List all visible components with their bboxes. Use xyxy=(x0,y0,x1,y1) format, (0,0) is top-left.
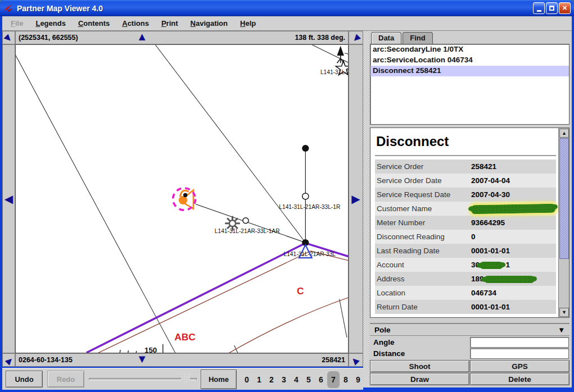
detail-row-value: 2007-04-30 xyxy=(471,190,510,199)
distance-label: Distance xyxy=(370,349,470,358)
page-number-button[interactable]: 4 xyxy=(290,371,302,388)
detail-row-label: Disconnect Reading xyxy=(377,233,471,241)
detail-row: Account 30-1 xyxy=(375,258,556,272)
detail-row: Return Date 0001-01-01 xyxy=(375,300,556,314)
node-dot-top[interactable] xyxy=(302,145,309,152)
home-button[interactable]: Home xyxy=(201,370,237,389)
diagonal-arrow-icon: ▶ xyxy=(3,355,14,366)
scroll-down-button[interactable]: ▼ xyxy=(559,308,569,317)
service-order-readout: 258421 xyxy=(322,356,345,364)
menu-item[interactable]: Contents xyxy=(73,17,115,29)
pan-right-button[interactable]: ▶ xyxy=(349,44,363,353)
close-button[interactable]: ✕ xyxy=(559,2,571,14)
panel-splitter[interactable] xyxy=(363,31,369,388)
detail-row: Service Request Date 2007-04-30 xyxy=(375,188,556,202)
detail-pane: Disconnect Service Order 258421 Service … xyxy=(370,127,570,318)
feature-type-dropdown[interactable]: Pole ▼ xyxy=(370,323,570,336)
detail-row-label: Return Date xyxy=(377,303,471,311)
detail-row-value: 2007-04-04 xyxy=(471,176,510,185)
gps-button[interactable]: GPS xyxy=(470,360,570,372)
redaction-scribble xyxy=(471,203,555,214)
result-list-item[interactable]: Disconnect 258421 xyxy=(370,66,569,76)
map-panel: ▶ (2525341, 662555) ▲ 138 ft. 338 deg. ◀… xyxy=(2,31,363,367)
maximize-button[interactable] xyxy=(546,2,558,14)
map-top-bar: (2525341, 662555) ▲ 138 ft. 338 deg. xyxy=(15,31,349,44)
draw-button[interactable]: Draw xyxy=(370,373,469,385)
map-canvas[interactable]: L141-31L-21AR-33L-1RL141-31L-21AR-33L-1A… xyxy=(15,44,349,353)
titlebar[interactable]: Partner Map Viewer 4.0 ✕ xyxy=(0,0,574,16)
pan-down-left-button[interactable]: ▶ xyxy=(2,353,15,367)
pan-down-right-button[interactable]: ◀ xyxy=(349,353,363,367)
page-number-button[interactable]: 7 xyxy=(327,371,340,388)
detail-row-label: Service Order Date xyxy=(377,176,471,185)
result-list-item[interactable]: arc:ServiceLocation 046734 xyxy=(370,55,569,66)
redaction-scribble xyxy=(480,262,503,269)
angle-input[interactable] xyxy=(470,337,569,348)
menu-item[interactable]: Help xyxy=(235,17,261,29)
distance-input[interactable] xyxy=(470,348,569,359)
riser-arrow-symbol[interactable] xyxy=(337,47,344,63)
feature-result-list: arc:SecondaryLine 1/0TXarc:ServiceLocati… xyxy=(370,44,570,125)
scroll-thumb[interactable] xyxy=(559,138,569,259)
detail-row-value: 046734 xyxy=(471,289,496,297)
menu-item[interactable]: Print xyxy=(156,17,183,29)
detail-scrollbar[interactable]: ▲ ▼ xyxy=(558,128,569,317)
detail-row-value: 258421 xyxy=(471,162,496,171)
scroll-up-button[interactable]: ▲ xyxy=(559,129,569,138)
pan-up-button[interactable]: ▲ xyxy=(137,31,148,42)
detail-row: Disconnect Reading 0 xyxy=(375,230,556,244)
detail-row-value: 189 xyxy=(471,275,535,283)
tab[interactable]: Find xyxy=(403,32,432,44)
map-feature-labels: L141-31L-21AR-33L-1RL141-31L-21AR-33L-1A… xyxy=(144,69,348,353)
page-number-button[interactable]: 8 xyxy=(340,371,352,388)
page-number-button[interactable]: 9 xyxy=(352,371,364,388)
redo-button[interactable]: Redo xyxy=(47,371,84,388)
undo-button[interactable]: Undo xyxy=(6,371,43,388)
primary-conductor-line[interactable] xyxy=(87,243,348,353)
meter-point-open[interactable] xyxy=(302,193,309,199)
pole-symbol[interactable] xyxy=(225,216,240,231)
slider-thumb[interactable] xyxy=(181,373,190,384)
minimize-button[interactable] xyxy=(533,2,545,14)
result-list-item[interactable]: arc:SecondaryLine 1/0TX xyxy=(370,44,569,55)
detail-row-label: Meter Number xyxy=(377,218,471,227)
disconnect-selected-symbol[interactable] xyxy=(173,188,196,210)
menu-item[interactable]: Actions xyxy=(117,17,154,29)
detail-row-value: 30-1 xyxy=(471,261,510,269)
page-number-bar: 0123456789 xyxy=(241,368,364,390)
map-label: 150 xyxy=(144,346,157,353)
page-number-button[interactable]: 2 xyxy=(265,371,278,388)
divider xyxy=(375,155,556,156)
service-point-open[interactable] xyxy=(243,218,248,224)
page-number-button[interactable]: 0 xyxy=(241,371,253,388)
menu-item[interactable]: File xyxy=(6,17,28,29)
pan-left-button[interactable]: ◀ xyxy=(2,44,15,353)
map-label: L141-31L-21AR-33L-1R xyxy=(279,204,340,210)
zoom-slider[interactable] xyxy=(89,368,197,390)
menu-item[interactable]: Navigation xyxy=(186,17,233,29)
detail-table: Service Order 258421 Service Order Date … xyxy=(375,159,556,314)
shoot-button[interactable]: Shoot xyxy=(370,360,469,372)
detail-row-label: Account xyxy=(377,261,471,269)
detail-row: Meter Number 93664295 xyxy=(375,216,556,230)
pan-up-right-button[interactable]: ◀ xyxy=(349,31,363,44)
diagonal-arrow-icon: ◀ xyxy=(351,355,361,366)
menu-item[interactable]: Legends xyxy=(30,17,70,29)
page-number-button[interactable]: 5 xyxy=(302,371,315,388)
map-label: L141-31L-21AR-33L-1AR xyxy=(215,228,280,234)
page-number-button[interactable]: 6 xyxy=(315,371,327,388)
detail-row-label: Location xyxy=(377,289,471,297)
side-tabs: DataFind xyxy=(371,32,433,44)
page-number-button[interactable]: 3 xyxy=(278,371,290,388)
detail-row-value xyxy=(471,204,555,213)
chevron-down-icon: ▼ xyxy=(558,326,565,334)
detail-row: Last Reading Date 0001-01-01 xyxy=(375,244,556,258)
tab[interactable]: Data xyxy=(371,32,401,44)
pan-up-left-button[interactable]: ▶ xyxy=(2,31,15,44)
delete-button[interactable]: Delete xyxy=(470,373,570,385)
dropdown-selected-value: Pole xyxy=(374,326,391,334)
pan-down-button[interactable]: ▼ xyxy=(137,353,148,364)
page-number-button[interactable]: 1 xyxy=(253,371,265,388)
map-grid-reference: 0264-60-134-135 xyxy=(19,356,73,364)
detail-row-value: 0001-01-01 xyxy=(471,303,510,311)
